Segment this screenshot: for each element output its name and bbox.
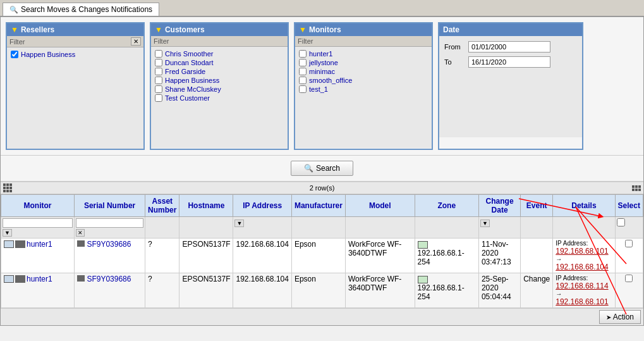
monitor-label-minimac: minimac [309,68,335,75]
monitor-link-2[interactable]: hunter1 [27,275,52,283]
cell-hostname-2: EPSON5137F [179,273,233,308]
filter-monitor-btn[interactable]: ▼ [3,229,12,237]
row-count: 2 row(s) [12,184,632,192]
col-monitor[interactable]: Monitor [1,195,75,217]
monitor-checkbox-smooth-office[interactable] [299,77,307,84]
customer-label-shane-mccluskey: Shane McCluskey [165,85,221,93]
toolbar-right-icon [632,185,641,191]
col-ip[interactable]: IP Address [233,195,291,217]
customer-checkbox-duncan-stodart[interactable] [155,59,162,66]
customer-item-test-customer: Test Customer [154,94,285,102]
customer-checkbox-fred-garside[interactable] [155,68,162,75]
customer-checkbox-chris-smoother[interactable] [155,50,162,58]
customers-filter-bar: Filter [151,36,288,47]
filter-serial-btn[interactable]: ✕ [76,229,85,237]
monitor-checkbox-hunter1[interactable] [299,50,307,58]
filter-serial[interactable] [76,218,143,228]
monitor-item-hunter1: hunter1 [298,49,429,58]
resellers-filter-bar: Filter ✕ [7,36,143,47]
customer-label-duncan-stodart: Duncan Stodart [165,59,213,66]
monitors-filter-icon: ▼ [299,25,307,34]
cell-ip-1: 192.168.68.104 [233,239,291,273]
serial-link-2[interactable]: SF9Y039686 [87,275,131,283]
row-select-2[interactable] [625,275,633,282]
results-toolbar: 2 row(s) [1,182,643,194]
search-tab-icon: 🔍 [9,6,18,14]
action-button[interactable]: ➤ Action [599,310,641,324]
bottom-action-bar: ➤ Action [1,308,643,325]
monitors-header: ▼ Monitors [295,23,432,36]
ip-to-2[interactable]: 192.168.68.101 [556,297,608,306]
monitor-item-jellystone: jellystone [298,58,429,67]
customer-checkbox-happen-business[interactable] [155,77,162,84]
cell-zone-2: 192.168.68.1-254 [415,273,478,308]
cell-serial-1: SF9Y039686 [75,239,145,273]
cell-change-date-2: 25-Sep-202005:04:44 [478,273,520,308]
col-asset[interactable]: AssetNumber [145,195,179,217]
cell-manufacturer-2: Epson [291,273,345,308]
col-change-date[interactable]: ChangeDate [478,195,520,217]
date-to-input[interactable] [468,56,550,68]
monitor-label-jellystone: jellystone [309,59,338,66]
cell-asset-2: ? [145,273,179,308]
filter-row: ▼ Resellers Filter ✕ Happen Business ▼ C… [1,17,643,156]
customers-panel: ▼ Customers Filter Chris Smoother Duncan… [150,22,289,150]
filter-ip-btn[interactable]: ▼ [234,220,244,227]
reseller-label-happen-business: Happen Business [21,51,75,58]
monitor-checkbox-test-1[interactable] [299,85,307,93]
printer-icon-1 [15,240,25,248]
results-table: Monitor Serial Number AssetNumber Hostna… [1,194,643,308]
tab-search-moves[interactable]: 🔍 Search Moves & Changes Notifications [3,3,159,16]
monitor-checkbox-jellystone[interactable] [299,59,307,66]
ip-to-1[interactable]: 192.168.68.104 [556,263,608,271]
col-event[interactable]: Event [521,195,553,217]
monitor-icon-1 [4,240,14,248]
ip-from-1[interactable]: 192.168.68.101 [556,247,608,256]
cell-hostname-1: EPSON5137F [179,239,233,273]
results-area: 2 row(s) Monitor [1,182,643,308]
date-from-input[interactable] [468,41,550,53]
cell-model-1: WorkForce WF-3640DTWF [345,239,415,273]
col-details[interactable]: Details [553,195,615,217]
col-serial[interactable]: Serial Number [75,195,145,217]
row-select-1[interactable] [625,240,633,247]
customers-filter-icon: ▼ [155,25,162,34]
resellers-panel: ▼ Resellers Filter ✕ Happen Business [6,22,145,150]
table-row: hunter1 SF9Y039686 ? EPSON5137F 192.168.… [1,239,643,273]
main-content: ▼ Resellers Filter ✕ Happen Business ▼ C… [0,16,644,326]
monitor-link-1[interactable]: hunter1 [27,240,52,249]
col-model[interactable]: Model [345,195,415,217]
col-manufacturer[interactable]: Manufacturer [291,195,345,217]
customer-label-test-customer: Test Customer [165,94,210,102]
customer-item-happen-business: Happen Business [154,76,285,85]
col-zone[interactable]: Zone [415,195,478,217]
reseller-checkbox-happen-business[interactable] [11,51,18,58]
monitor-checkbox-minimac[interactable] [299,68,307,75]
select-all-checkbox[interactable] [617,218,625,226]
cell-monitor-2: hunter1 [1,273,75,308]
customer-item-chris-smoother: Chris Smoother [154,49,285,58]
serial-link-1[interactable]: SF9Y039686 [87,240,131,249]
customer-checkbox-test-customer[interactable] [155,94,162,102]
resellers-title: Resellers [21,25,54,34]
col-hostname[interactable]: Hostname [179,195,233,217]
search-button[interactable]: 🔍 Search [291,161,353,176]
customers-filter-label: Filter [154,37,169,45]
cell-details-1: IP Address: 192.168.68.101 → 192.168.68.… [553,239,615,273]
monitor-item-minimac: minimac [298,67,429,76]
tab-bar: 🔍 Search Moves & Changes Notifications [0,0,644,16]
customers-title: Customers [165,25,205,34]
monitor-label-smooth-office: smooth_office [309,77,352,84]
cell-zone-1: 192.168.68.1-254 [415,239,478,273]
col-select[interactable]: Select [615,195,643,217]
customer-checkbox-shane-mccluskey[interactable] [155,85,162,93]
action-button-label: Action [613,313,634,321]
resellers-filter-clear[interactable]: ✕ [131,37,141,46]
date-panel: Date From To [438,22,583,150]
filter-change-date-btn[interactable]: ▼ [480,220,490,227]
resellers-filter-icon: ▼ [11,25,18,34]
cell-monitor-1: hunter1 [1,239,75,273]
zone-thumb-1 [418,241,428,249]
ip-from-2[interactable]: 192.168.68.114 [556,282,608,290]
filter-monitor[interactable] [3,218,73,228]
